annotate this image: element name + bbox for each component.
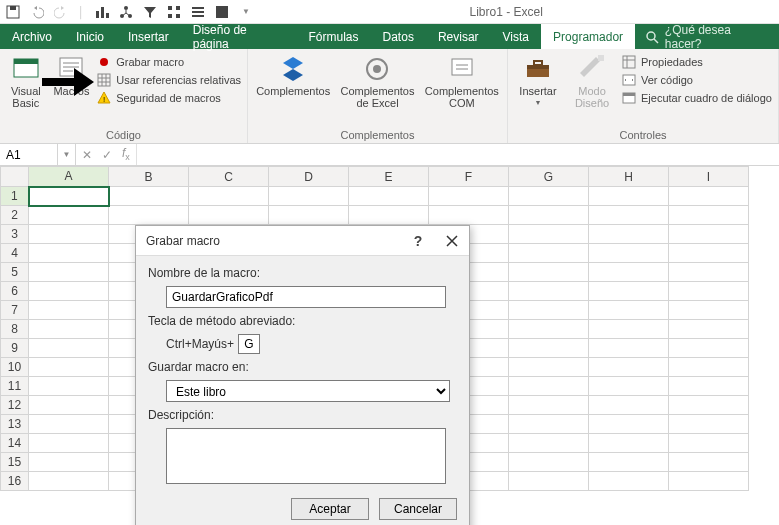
column-header[interactable]: F <box>429 167 509 187</box>
cell[interactable] <box>29 453 109 472</box>
cell[interactable] <box>509 320 589 339</box>
tell-me-search[interactable]: ¿Qué desea hacer? <box>635 24 779 49</box>
cell[interactable] <box>509 244 589 263</box>
cell[interactable] <box>669 472 749 491</box>
name-box-dropdown[interactable]: ▼ <box>58 144 76 165</box>
cell[interactable] <box>589 301 669 320</box>
cell[interactable] <box>29 377 109 396</box>
row-header[interactable]: 9 <box>1 339 29 358</box>
tab-programador[interactable]: Programador <box>541 24 635 49</box>
row-header[interactable]: 6 <box>1 282 29 301</box>
column-header[interactable]: I <box>669 167 749 187</box>
column-header[interactable]: B <box>109 167 189 187</box>
row-header[interactable]: 5 <box>1 263 29 282</box>
grabar-macro-button[interactable]: Grabar macro <box>97 55 241 69</box>
cell[interactable] <box>509 377 589 396</box>
cell[interactable] <box>509 263 589 282</box>
cell[interactable] <box>589 206 669 225</box>
help-button[interactable]: ? <box>401 226 435 256</box>
cell[interactable] <box>669 244 749 263</box>
cell[interactable] <box>589 282 669 301</box>
expand-icon[interactable] <box>167 5 181 19</box>
cell[interactable] <box>109 187 189 206</box>
cell[interactable] <box>589 339 669 358</box>
seguridad-macros-button[interactable]: ! Seguridad de macros <box>97 91 241 105</box>
shortcut-key-input[interactable] <box>238 334 260 354</box>
row-header[interactable]: 2 <box>1 206 29 225</box>
cancel-button[interactable]: Cancelar <box>379 498 457 520</box>
complementos-excel-button[interactable]: Complementos de Excel <box>338 53 416 109</box>
fx-icon[interactable]: fx <box>122 146 130 162</box>
macro-name-input[interactable] <box>166 286 446 308</box>
cell[interactable] <box>589 263 669 282</box>
row-header[interactable]: 1 <box>1 187 29 206</box>
tab-datos[interactable]: Datos <box>371 24 426 49</box>
cell[interactable] <box>509 434 589 453</box>
column-header[interactable]: H <box>589 167 669 187</box>
filter-icon[interactable] <box>143 5 157 19</box>
cell[interactable] <box>669 377 749 396</box>
cell[interactable] <box>29 263 109 282</box>
tab-formulas[interactable]: Fórmulas <box>297 24 371 49</box>
cell[interactable] <box>669 320 749 339</box>
cell[interactable] <box>349 206 429 225</box>
cell[interactable] <box>669 301 749 320</box>
cell[interactable] <box>589 434 669 453</box>
column-header[interactable]: C <box>189 167 269 187</box>
cell[interactable] <box>29 187 109 206</box>
hierarchy-icon[interactable] <box>119 5 133 19</box>
row-header[interactable]: 12 <box>1 396 29 415</box>
cell[interactable] <box>509 282 589 301</box>
fill-icon[interactable] <box>215 5 229 19</box>
cell[interactable] <box>589 453 669 472</box>
cell[interactable] <box>29 358 109 377</box>
cell[interactable] <box>509 472 589 491</box>
cell[interactable] <box>29 244 109 263</box>
cell[interactable] <box>269 206 349 225</box>
row-header[interactable]: 16 <box>1 472 29 491</box>
cell[interactable] <box>29 301 109 320</box>
insertar-control-button[interactable]: Insertar ▼ <box>514 53 562 107</box>
tab-vista[interactable]: Vista <box>491 24 541 49</box>
cell[interactable] <box>669 434 749 453</box>
list-icon[interactable] <box>191 5 205 19</box>
cell[interactable] <box>589 396 669 415</box>
row-header[interactable]: 13 <box>1 415 29 434</box>
cell[interactable] <box>29 206 109 225</box>
cell[interactable] <box>669 453 749 472</box>
cell[interactable] <box>589 320 669 339</box>
cell[interactable] <box>29 339 109 358</box>
cell[interactable] <box>29 396 109 415</box>
formula-input[interactable] <box>137 144 779 165</box>
row-header[interactable]: 10 <box>1 358 29 377</box>
cell[interactable] <box>669 225 749 244</box>
accept-formula-icon[interactable]: ✓ <box>102 148 112 162</box>
cell[interactable] <box>29 282 109 301</box>
cell[interactable] <box>589 377 669 396</box>
cell[interactable] <box>429 206 509 225</box>
cell[interactable] <box>29 415 109 434</box>
cell[interactable] <box>669 206 749 225</box>
chevron-down-icon[interactable]: ▼ <box>239 5 253 19</box>
cell[interactable] <box>29 320 109 339</box>
store-select[interactable]: Este libro <box>166 380 450 402</box>
cell[interactable] <box>29 472 109 491</box>
propiedades-button[interactable]: Propiedades <box>622 55 772 69</box>
column-header[interactable]: G <box>509 167 589 187</box>
ok-button[interactable]: Aceptar <box>291 498 369 520</box>
row-header[interactable]: 14 <box>1 434 29 453</box>
cell[interactable] <box>589 187 669 206</box>
row-header[interactable]: 3 <box>1 225 29 244</box>
cell[interactable] <box>509 225 589 244</box>
cell[interactable] <box>669 187 749 206</box>
complementos-com-button[interactable]: Complementos COM <box>423 53 501 109</box>
redo-icon[interactable] <box>54 5 68 19</box>
column-header[interactable]: E <box>349 167 429 187</box>
cell[interactable] <box>189 187 269 206</box>
tab-file[interactable]: Archivo <box>0 24 64 49</box>
cell[interactable] <box>509 206 589 225</box>
cell[interactable] <box>669 263 749 282</box>
tab-inicio[interactable]: Inicio <box>64 24 116 49</box>
cell[interactable] <box>669 396 749 415</box>
column-header[interactable]: A <box>29 167 109 187</box>
